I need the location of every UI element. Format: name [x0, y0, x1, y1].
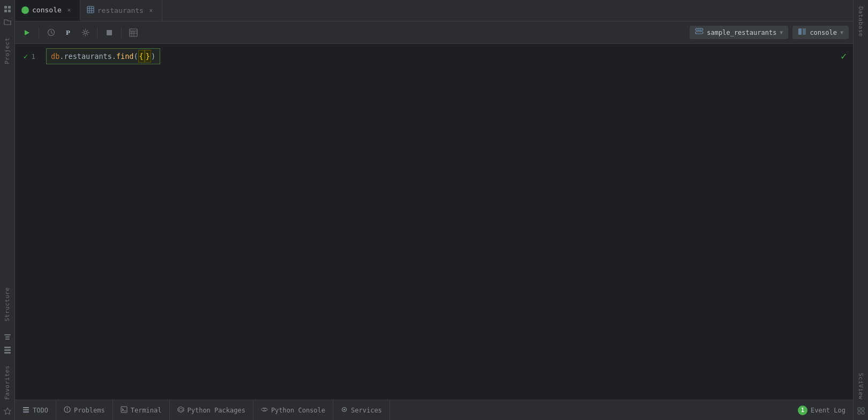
status-python-packages-label: Python Packages: [188, 407, 245, 414]
line-1-num: 1: [31, 52, 35, 61]
status-todo[interactable]: TODO: [15, 400, 56, 420]
svg-rect-28: [798, 28, 802, 35]
terminal-icon: [121, 406, 128, 415]
sidebar-structure-icon2: [3, 345, 12, 355]
status-event-log[interactable]: 1 Event Log: [790, 400, 853, 420]
code-brace-open: {: [138, 50, 145, 63]
code-db: db: [51, 50, 59, 62]
svg-rect-46: [862, 411, 864, 414]
console-selector-icon: [798, 28, 806, 37]
tab-restaurants-label: restaurants: [98, 6, 144, 14]
tab-console[interactable]: console ✕: [15, 0, 80, 21]
svg-rect-44: [862, 408, 864, 410]
sidebar-item-database[interactable]: Database: [855, 0, 866, 43]
code-line-1[interactable]: db.restaurants.find({}): [46, 50, 853, 62]
status-bar: TODO Problems Terminal: [15, 400, 853, 420]
settings-button[interactable]: [78, 25, 93, 40]
code-dot1: .: [59, 50, 64, 62]
svg-rect-6: [5, 339, 10, 340]
tab-bar: console ✕ restaurants ✕: [15, 0, 853, 21]
tab-console-close[interactable]: ✕: [65, 6, 73, 14]
db-selector-label: sample_restaurants: [707, 29, 776, 36]
svg-rect-1: [8, 6, 11, 9]
run-button[interactable]: [19, 25, 34, 40]
sidebar-item-project[interactable]: Project: [2, 31, 13, 71]
status-problems-label: Problems: [74, 407, 105, 414]
console-selector-chevron: ▼: [840, 29, 843, 35]
code-method: find: [116, 50, 134, 62]
db-selector[interactable]: sample_restaurants ▼: [690, 26, 788, 39]
code-paren-open: (: [133, 50, 138, 62]
editor-area[interactable]: ✓ 1 db.restaurants.find({}) ✓: [15, 44, 853, 400]
svg-point-42: [343, 409, 345, 410]
sidebar-item-favorites[interactable]: Favorites: [2, 359, 13, 406]
console-tab-icon: [21, 6, 29, 14]
restaurants-tab-icon: [87, 6, 94, 15]
right-checkmark: ✓: [841, 50, 847, 62]
svg-rect-26: [695, 32, 703, 34]
favorites-star-icon[interactable]: [3, 406, 12, 416]
status-terminal-label: Terminal: [131, 407, 162, 414]
svg-marker-39: [179, 408, 183, 411]
status-terminal[interactable]: Terminal: [113, 400, 170, 420]
problems-icon: [64, 406, 71, 415]
line-1-check: ✓: [24, 52, 28, 61]
toolbar-sep-3: [121, 27, 122, 38]
status-python-console[interactable]: Python Console: [253, 400, 333, 420]
status-spacer: [390, 400, 790, 420]
status-services[interactable]: Services: [333, 400, 390, 420]
code-collection: restaurants: [64, 50, 111, 62]
toolbar-sep-2: [97, 27, 98, 38]
sidebar-item-sciview[interactable]: SciView: [855, 366, 866, 406]
svg-rect-0: [4, 6, 7, 9]
code-highlight: db.restaurants.find({}): [46, 48, 160, 64]
svg-marker-10: [4, 408, 11, 415]
sidebar-icon-project[interactable]: [3, 4, 12, 14]
sidebar-structure-icon1: [3, 332, 12, 342]
toolbar-right: sample_restaurants ▼ console ▼: [690, 26, 849, 39]
tab-restaurants[interactable]: restaurants ✕: [80, 0, 162, 21]
tab-console-label: console: [32, 6, 62, 14]
sidebar-icon-folder[interactable]: [3, 17, 12, 27]
right-sidebar: Database SciView: [853, 0, 868, 420]
stop-button[interactable]: [102, 25, 117, 40]
console-selector[interactable]: console ▼: [792, 26, 849, 39]
sidebar-item-structure[interactable]: Structure: [2, 281, 13, 328]
svg-marker-16: [25, 30, 29, 35]
line-numbers: ✓ 1: [15, 44, 42, 400]
status-todo-label: TODO: [33, 407, 48, 414]
svg-rect-11: [87, 6, 94, 13]
python-button[interactable]: P: [61, 25, 76, 40]
status-problems[interactable]: Problems: [56, 400, 113, 420]
toolbar: P: [15, 21, 853, 44]
table-button[interactable]: [126, 25, 141, 40]
event-log-badge: 1: [798, 406, 807, 415]
db-selector-chevron: ▼: [780, 29, 783, 35]
svg-rect-3: [8, 10, 11, 12]
code-area[interactable]: db.restaurants.find({}): [42, 44, 853, 400]
history-button[interactable]: [43, 25, 58, 40]
db-selector-icon: [695, 28, 704, 37]
console-selector-label: console: [810, 29, 837, 36]
tab-restaurants-close[interactable]: ✕: [147, 6, 155, 15]
main-area: console ✕ restaurants ✕: [15, 0, 853, 420]
svg-point-18: [84, 31, 87, 34]
svg-rect-8: [4, 349, 11, 351]
toolbar-sep-1: [39, 27, 39, 38]
svg-rect-43: [858, 408, 860, 410]
status-python-console-label: Python Console: [271, 407, 325, 414]
todo-icon: [23, 406, 29, 415]
svg-rect-31: [23, 409, 29, 410]
svg-point-40: [261, 408, 267, 411]
svg-rect-36: [121, 407, 127, 412]
svg-rect-45: [858, 411, 860, 414]
code-brace-close: }: [145, 50, 151, 63]
svg-rect-27: [697, 28, 702, 31]
svg-rect-19: [107, 30, 112, 35]
status-python-packages[interactable]: Python Packages: [170, 400, 253, 420]
python-btn-label: P: [66, 28, 70, 37]
code-paren-close: ): [151, 50, 155, 62]
python-packages-icon: [177, 406, 184, 415]
status-services-label: Services: [351, 407, 382, 414]
sciview-icon[interactable]: [856, 406, 866, 416]
